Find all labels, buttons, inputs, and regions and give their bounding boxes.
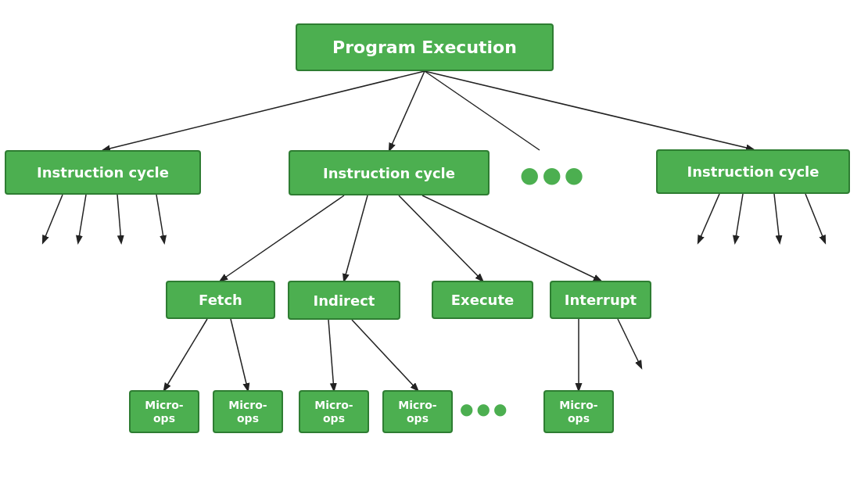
svg-line-7 [156,195,164,242]
svg-line-10 [399,195,482,281]
svg-line-0 [103,71,425,150]
svg-line-5 [78,195,86,242]
interrupt-node: Interrupt [550,281,651,319]
svg-line-18 [328,320,334,390]
svg-line-8 [221,195,344,281]
ellipsis-level4: ●●● [460,400,510,418]
mo5-node: Micro-ops [543,390,614,433]
execute-label: Execute [451,292,514,308]
mo1-node: Micro-ops [129,390,199,433]
interrupt-label: Interrupt [565,292,637,308]
ic1-label: Instruction cycle [37,164,169,181]
svg-line-9 [344,195,368,281]
mo2-node: Micro-ops [213,390,283,433]
ellipsis-level2: ●●● [520,162,586,188]
ic2-node: Instruction cycle [289,150,490,195]
execute-node: Execute [432,281,533,319]
root-label: Program Execution [332,38,517,57]
svg-line-2 [425,71,540,150]
svg-line-15 [805,194,825,242]
svg-line-16 [164,319,207,390]
ic2-label: Instruction cycle [323,165,455,181]
svg-line-14 [774,194,780,242]
fetch-label: Fetch [199,292,242,308]
indirect-node: Indirect [288,281,400,320]
ic1-node: Instruction cycle [5,150,201,195]
svg-line-19 [352,320,418,390]
svg-line-17 [231,319,248,390]
svg-line-12 [698,194,719,242]
svg-line-1 [389,71,425,150]
svg-line-13 [735,194,743,242]
root-node: Program Execution [296,23,554,71]
indirect-label: Indirect [314,292,375,309]
svg-line-11 [422,195,601,281]
mo4-node: Micro-ops [382,390,453,433]
mo3-node: Micro-ops [299,390,369,433]
svg-line-21 [618,319,641,367]
svg-line-6 [117,195,121,242]
fetch-node: Fetch [166,281,275,319]
ic3-label: Instruction cycle [687,163,820,180]
ic3-node: Instruction cycle [656,149,850,194]
svg-line-4 [43,195,63,242]
svg-line-3 [425,71,753,149]
